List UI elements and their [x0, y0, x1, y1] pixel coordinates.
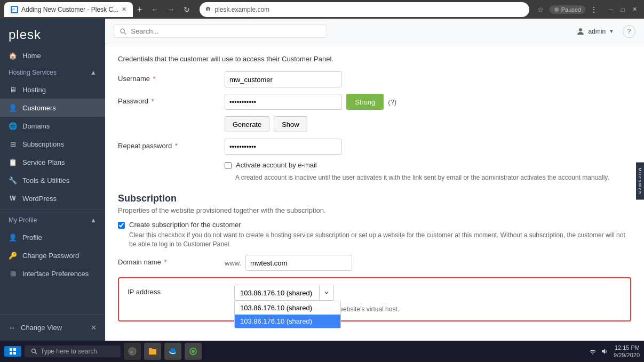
domain-input[interactable]: [245, 255, 352, 271]
window-controls: ─ □ ✕: [606, 4, 640, 15]
taskbar-app-chrome[interactable]: [185, 343, 202, 360]
page-content: Credentials that the customer will use t…: [105, 44, 644, 332]
minimize-button[interactable]: ─: [606, 4, 616, 15]
taskbar-app-edge[interactable]: [164, 343, 181, 360]
tab-close-button[interactable]: ✕: [122, 6, 126, 13]
back-button[interactable]: ←: [148, 3, 161, 16]
sidebar-item-tools-utilities[interactable]: 🔧 Tools & Utilities: [0, 171, 105, 189]
username-input[interactable]: [225, 71, 342, 87]
taskbar-app-cortana[interactable]: ○: [124, 343, 141, 360]
cortana-icon: ○: [128, 347, 137, 356]
sidebar-item-customers[interactable]: 👤 Customers: [0, 99, 105, 117]
activate-label[interactable]: Activate account by e-mail: [236, 161, 317, 169]
sidebar-item-profile[interactable]: 👤 Profile: [0, 228, 105, 246]
password-buttons-row: Generate Show: [118, 116, 631, 132]
repeat-password-input[interactable]: [225, 139, 342, 155]
browser-controls: ← → ↻: [148, 3, 193, 16]
svg-point-18: [592, 353, 593, 355]
help-button[interactable]: ?: [623, 25, 635, 38]
tab-favicon: P: [11, 6, 18, 13]
repeat-password-label: Repeat password *: [118, 139, 225, 150]
user-label: admin: [588, 28, 606, 35]
password-help-icon[interactable]: (?): [388, 98, 396, 106]
forward-button[interactable]: →: [164, 3, 177, 16]
search-input[interactable]: [131, 27, 321, 35]
change-view-item[interactable]: ↔ Change View ✕: [0, 319, 105, 336]
sidebar-item-home[interactable]: 🏠 Home: [0, 46, 105, 65]
domain-row: www.: [225, 255, 352, 271]
create-subscription-row: Create subscription for the customer Cle…: [118, 221, 631, 249]
taskbar-search-box[interactable]: Type here to search: [25, 345, 121, 357]
username-required: *: [153, 75, 156, 83]
refresh-button[interactable]: ↻: [180, 3, 193, 16]
ip-option-2-selected[interactable]: 103.86.176.10 (shared): [235, 315, 340, 328]
close-button[interactable]: ✕: [629, 4, 640, 15]
ip-dropdown-list: 103.86.176.10 (shared) 103.86.176.10 (sh…: [234, 301, 341, 328]
ip-option-1[interactable]: 103.86.176.10 (shared): [235, 301, 340, 315]
browser-tab[interactable]: P Adding New Customer - Plesk C... ✕: [4, 2, 133, 17]
interface-preferences-icon: ⊞: [9, 269, 17, 278]
star-button[interactable]: ☆: [536, 4, 546, 15]
sidebar-item-wordpress[interactable]: W WordPress: [0, 189, 105, 207]
sidebar-item-change-password[interactable]: 🔑 Change Password: [0, 246, 105, 264]
search-box[interactable]: [114, 25, 327, 38]
new-tab-button[interactable]: +: [137, 5, 142, 14]
wordpress-icon: W: [9, 194, 17, 203]
my-profile-header[interactable]: My Profile ▲: [0, 212, 105, 228]
change-view-icon: ↔: [9, 324, 15, 332]
show-button[interactable]: Show: [274, 116, 307, 132]
sidebar-profile-label: Profile: [22, 234, 42, 242]
taskbar-clock[interactable]: 12:15 PM 9/29/2020: [614, 344, 640, 359]
svg-point-3: [121, 29, 125, 33]
activate-checkbox[interactable]: [225, 162, 232, 169]
maximize-button[interactable]: □: [617, 4, 628, 15]
more-button[interactable]: ⋮: [589, 4, 599, 15]
sidebar-item-interface-preferences[interactable]: ⊞ Interface Preferences: [0, 264, 105, 283]
repeat-required: *: [175, 142, 178, 150]
ip-dropdown-arrow[interactable]: [320, 285, 334, 301]
ip-address-section: IP address 103.86.176.10 (shared): [118, 277, 631, 321]
activate-desc: A created account is inactive until the …: [235, 173, 631, 182]
sidebar-item-subscriptions[interactable]: ⊞ Subscriptions: [0, 135, 105, 153]
sidebar-tools-label: Tools & Utilities: [22, 176, 69, 184]
paused-button[interactable]: Paused: [550, 5, 585, 14]
home-icon: 🏠: [9, 51, 17, 60]
windows-icon: [10, 348, 16, 355]
sidebar-domains-label: Domains: [22, 122, 50, 130]
sidebar-item-service-plans[interactable]: 📋 Service Plans: [0, 153, 105, 171]
taskbar-app-file-explorer[interactable]: [144, 343, 161, 360]
taskbar-search-icon: [31, 348, 37, 355]
generate-button[interactable]: Generate: [225, 116, 269, 132]
user-menu-button[interactable]: admin ▼: [572, 25, 618, 38]
ip-select-display[interactable]: 103.86.176.10 (shared): [234, 285, 320, 301]
create-subscription-label[interactable]: Create subscription for the customer: [129, 221, 241, 229]
subscriptions-icon: ⊞: [9, 140, 17, 148]
create-subscription-checkbox[interactable]: [118, 222, 125, 229]
sidebar-item-hosting[interactable]: 🖥 Hosting: [0, 81, 105, 99]
ip-label: IP address: [128, 285, 228, 296]
sidebar-interface-prefs-label: Interface Preferences: [22, 270, 89, 278]
username-row: Username *: [118, 71, 631, 87]
network-icon[interactable]: [588, 347, 598, 356]
sidebar-home-label: Home: [22, 52, 41, 60]
topbar-right: admin ▼ ?: [572, 25, 635, 38]
address-bar[interactable]: plesk.example.com: [200, 2, 529, 17]
start-button[interactable]: [4, 346, 21, 357]
wifi-icon: [589, 348, 597, 355]
domain-prefix: www.: [225, 259, 241, 267]
miles-web-badge: MilesWeb: [636, 162, 644, 200]
sidebar: plesk 🏠 Home Hosting Services ▲ 🖥 Hostin…: [0, 19, 105, 341]
browser-chrome: P Adding New Customer - Plesk C... ✕ + ←…: [0, 0, 644, 19]
password-input[interactable]: [225, 94, 342, 110]
taskbar-date-display: 9/29/2020: [614, 351, 640, 359]
change-view-close-button[interactable]: ✕: [91, 324, 97, 332]
password-strength-indicator: Strong: [346, 94, 384, 110]
svg-rect-9: [13, 352, 16, 355]
volume-icon[interactable]: [600, 347, 609, 356]
sidebar-item-domains[interactable]: 🌐 Domains: [0, 117, 105, 135]
plesk-logo: plesk: [9, 27, 41, 42]
hosting-services-header[interactable]: Hosting Services ▲: [0, 65, 105, 81]
password-row: Password * Strong (?): [118, 94, 631, 110]
svg-line-11: [35, 352, 37, 354]
sidebar-customers-label: Customers: [22, 104, 56, 112]
